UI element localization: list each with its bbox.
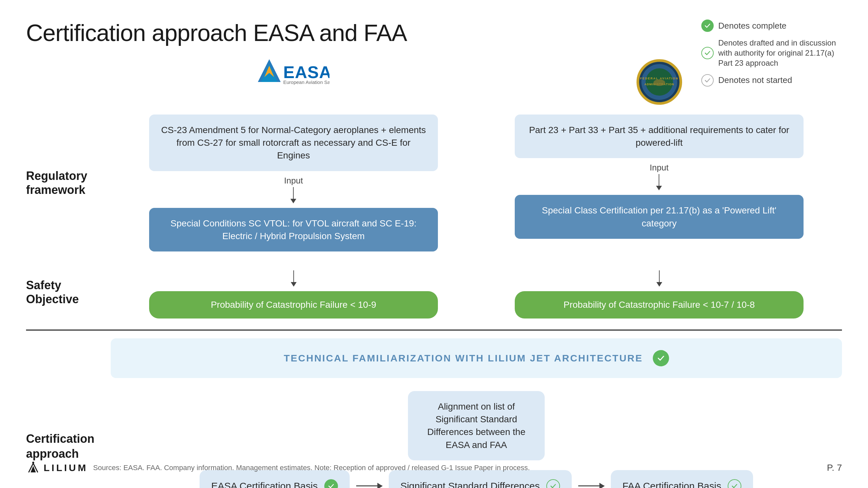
- safety-cols: Probability of Catastrophic Failure < 10…: [111, 263, 842, 322]
- section-divider: [26, 330, 842, 330]
- main-diagram: EASA European Aviation Safety Agency FED…: [26, 59, 842, 488]
- legend-drafted-icon: [701, 47, 714, 59]
- sig-diff-check: [546, 479, 560, 488]
- tech-familiarization-banner: TECHNICAL FAMILIARIZATION WITH LILIUM JE…: [111, 338, 842, 378]
- faa-regulatory-col: Part 23 + Part 33 + Part 35 + additional…: [476, 111, 842, 255]
- easa-probability-box: Probability of Catastrophic Failure < 10…: [149, 291, 438, 319]
- legend-complete-icon: [701, 20, 714, 32]
- svg-point-11: [653, 79, 665, 86]
- easa-logo-area: EASA European Aviation Safety Agency: [111, 59, 476, 105]
- legend: Denotes complete Denotes drafted and in …: [701, 20, 842, 87]
- legend-drafted-label: Denotes drafted and in discussion with a…: [718, 38, 842, 68]
- faa-input-arrow: Input: [650, 163, 669, 190]
- tech-banner-text: TECHNICAL FAMILIARIZATION WITH LILIUM JE…: [284, 353, 643, 364]
- diagram-rows: Regulatory framework CS-23 Amendment 5 f…: [26, 111, 842, 322]
- legend-not-started-label: Denotes not started: [718, 75, 792, 85]
- faa-part23-box: Part 23 + Part 33 + Part 35 + additional…: [515, 115, 804, 158]
- alignment-box: Alignment on list of Significant Standar…: [408, 391, 545, 460]
- legend-drafted: Denotes drafted and in discussion with a…: [701, 38, 842, 68]
- legend-not-started-icon: [701, 74, 714, 87]
- slide: Denotes complete Denotes drafted and in …: [0, 0, 868, 488]
- regulatory-cols: CS-23 Amendment 5 for Normal-Category ae…: [111, 111, 842, 255]
- easa-safety-arrow: [291, 270, 297, 287]
- flow-arrow-1: [356, 485, 382, 486]
- svg-text:European Aviation Safety Agenc: European Aviation Safety Agency: [283, 79, 330, 85]
- flow-arrow-2: [578, 485, 604, 486]
- easa-input-arrow: Input: [284, 176, 303, 203]
- faa-cert-check: [728, 479, 741, 488]
- lilium-logo: LILIUM: [26, 461, 88, 475]
- tech-banner-wrapper: TECHNICAL FAMILIARIZATION WITH LILIUM JE…: [26, 338, 842, 388]
- svg-point-12: [32, 462, 34, 464]
- easa-logo: EASA European Aviation Safety Agency: [258, 59, 330, 89]
- faa-arrow-down: [656, 174, 662, 190]
- easa-cs23-box: CS-23 Amendment 5 for Normal-Category ae…: [149, 115, 438, 171]
- easa-cert-check: [324, 479, 338, 488]
- easa-arrow-down: [290, 187, 296, 203]
- footer-left: LILIUM Sources: EASA. FAA. Company infor…: [26, 461, 530, 475]
- footer-sources: Sources: EASA. FAA. Company information.…: [93, 464, 530, 472]
- legend-complete: Denotes complete: [701, 20, 842, 32]
- easa-safety-col: Probability of Catastrophic Failure < 10…: [111, 263, 476, 322]
- cert-approach-label: Certification approach: [26, 431, 111, 462]
- tech-banner-check: [653, 350, 669, 366]
- safety-label: Safety Objective: [26, 278, 111, 306]
- easa-regulatory-col: CS-23 Amendment 5 for Normal-Category ae…: [111, 111, 476, 255]
- footer: LILIUM Sources: EASA. FAA. Company infor…: [26, 461, 842, 475]
- regulatory-framework-row: Regulatory framework CS-23 Amendment 5 f…: [26, 111, 842, 255]
- faa-probability-box: Probability of Catastrophic Failure < 10…: [515, 291, 804, 319]
- faa-safety-col: Probability of Catastrophic Failure < 10…: [476, 263, 842, 322]
- easa-special-conditions-box: Special Conditions SC VTOL: for VTOL air…: [149, 208, 438, 252]
- legend-complete-label: Denotes complete: [718, 21, 786, 31]
- faa-logo: FEDERAL AVIATION ADMINISTRATION: [637, 59, 682, 105]
- faa-special-class-box: Special Class Certification per 21.17(b)…: [515, 195, 804, 238]
- svg-text:EASA: EASA: [283, 63, 330, 82]
- page-number: P. 7: [827, 463, 842, 473]
- legend-not-started: Denotes not started: [701, 74, 842, 87]
- safety-objective-row: Safety Objective Probability of Catastro…: [26, 263, 842, 322]
- regulatory-label: Regulatory framework: [26, 169, 111, 197]
- faa-safety-arrow: [656, 270, 662, 287]
- lilium-icon: [26, 461, 40, 475]
